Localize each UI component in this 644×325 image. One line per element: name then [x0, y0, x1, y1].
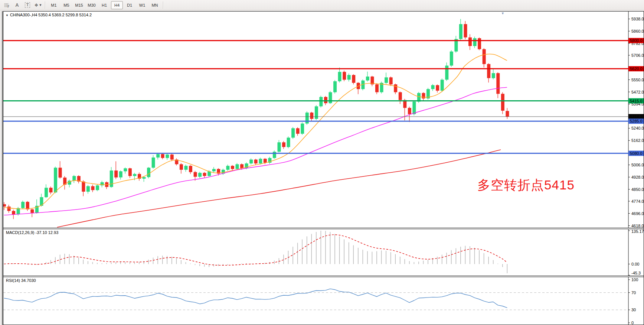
rsi-levels [3, 293, 628, 310]
rsi-axis: 10070300 [628, 277, 638, 325]
tf-button-m30[interactable]: M30 [86, 1, 98, 9]
shapes-button[interactable]: ❖ ▼ [33, 1, 43, 10]
timeframe-toolbar: M1M5M15M30H1H4D1W1MN [48, 1, 161, 9]
svg-text:5006.0: 5006.0 [631, 163, 644, 167]
template-grid-button[interactable]: ⣿⣿F [2, 1, 12, 10]
tf-button-h1[interactable]: H1 [98, 1, 110, 9]
ma-mid-magenta [4, 87, 507, 215]
svg-text:135.17: 135.17 [631, 229, 644, 234]
macd-panel[interactable]: 135.170.00-45.3 [3, 229, 644, 276]
shapes-icon: ❖ [34, 3, 38, 8]
tf-button-mn[interactable]: MN [149, 1, 161, 9]
rsi-label: RSI(14) 34.7030 [6, 278, 36, 283]
svg-text:100: 100 [631, 277, 638, 282]
tf-button-h4[interactable]: H4 [111, 1, 123, 9]
text-label-button[interactable]: T [23, 1, 32, 10]
svg-text:5240.0: 5240.0 [631, 126, 644, 130]
svg-text:5415.0: 5415.0 [630, 99, 643, 103]
svg-text:4618.0: 4618.0 [631, 224, 644, 228]
scroll-to-end-marker[interactable]: ▼ [501, 12, 504, 15]
tf-button-w1[interactable]: W1 [136, 1, 148, 9]
toolbar-separator [163, 1, 164, 9]
hline-pivot-5415[interactable]: 5415.0 [3, 98, 644, 104]
ma-fast-orange [4, 54, 507, 209]
font-button[interactable]: A [12, 1, 22, 10]
hline-resistance-5800[interactable]: 5800.0 [3, 38, 644, 43]
chart-window: 5938.05860.05782.05706.05550.05472.05394… [3, 11, 644, 325]
svg-text:5550.0: 5550.0 [631, 78, 644, 82]
chart-dropdown-icon[interactable]: ▼ [6, 14, 9, 17]
svg-text:0: 0 [631, 321, 634, 325]
svg-text:-45.3: -45.3 [631, 271, 641, 275]
hline-support-5080[interactable]: 5080.0 [3, 151, 644, 156]
rsi-panel[interactable]: 10070300 [3, 277, 644, 325]
main-chart[interactable]: 5938.05860.05782.05706.05550.05472.05394… [3, 12, 644, 228]
svg-text:5472.0: 5472.0 [631, 90, 644, 94]
svg-text:4774.0: 4774.0 [631, 199, 644, 204]
svg-text:5620.0: 5620.0 [630, 66, 643, 71]
svg-text:5080.0: 5080.0 [630, 151, 643, 156]
hline-support-5285[interactable]: 5285.0 [3, 118, 644, 124]
symbol-title: ▼CHINA300-,H4 5350.4 5369.2 5299.8 5314.… [6, 13, 92, 17]
rsi-line [4, 289, 507, 308]
toolbar: ⣿⣿F A T ❖ ▼ M1M5M15M30H1H4D1W1MN [0, 0, 644, 10]
svg-text:5938.0: 5938.0 [631, 17, 644, 21]
svg-text:30: 30 [631, 308, 636, 312]
svg-text:5860.0: 5860.0 [631, 29, 644, 33]
svg-text:4850.0: 4850.0 [631, 187, 644, 192]
macd-label: MACD(12,26,9) -37.10 12.93 [6, 230, 58, 235]
candles [3, 19, 509, 219]
hline-resistance-5620[interactable]: 5620.0 [3, 66, 644, 71]
macd-histogram [4, 231, 507, 273]
hline-last-price-line[interactable]: 5314.2 [3, 114, 644, 119]
macd-signal-line [4, 235, 507, 265]
annotation-text: 多空转折点5415 [477, 176, 575, 194]
svg-text:0.00: 0.00 [631, 262, 639, 266]
svg-text:4928.0: 4928.0 [631, 175, 644, 179]
tf-button-m15[interactable]: M15 [73, 1, 85, 9]
svg-text:70: 70 [631, 290, 636, 295]
tf-button-m1[interactable]: M1 [48, 1, 60, 9]
svg-text:5285.0: 5285.0 [630, 119, 643, 123]
macd-axis: 135.170.00-45.3 [628, 229, 644, 276]
toolbar-separator [45, 1, 46, 9]
chevron-down-icon: ▼ [39, 4, 41, 7]
ma-slow-red [57, 150, 501, 227]
font-a-icon: A [16, 2, 19, 8]
svg-text:4696.0: 4696.0 [631, 211, 644, 216]
svg-text:5800.0: 5800.0 [630, 38, 643, 43]
text-t-icon: T [25, 2, 30, 8]
svg-text:5314.2: 5314.2 [630, 114, 643, 119]
tf-button-d1[interactable]: D1 [124, 1, 135, 9]
svg-text:5162.0: 5162.0 [631, 138, 644, 143]
svg-text:5706.0: 5706.0 [631, 53, 644, 58]
tf-button-m5[interactable]: M5 [61, 1, 72, 9]
